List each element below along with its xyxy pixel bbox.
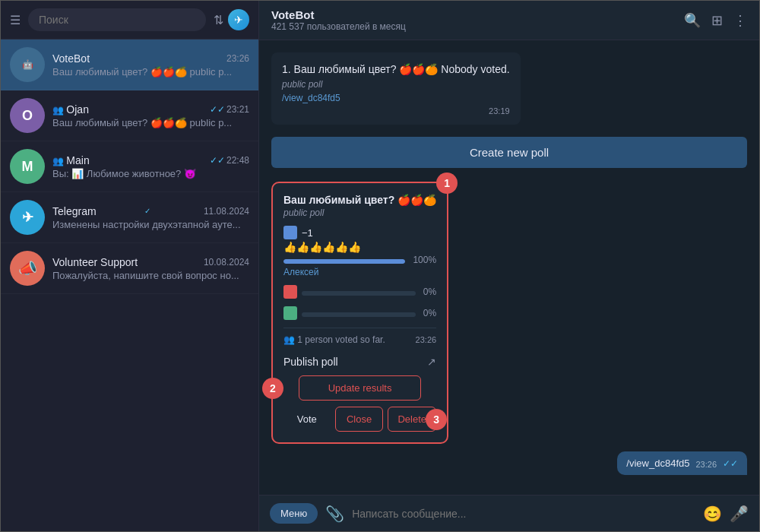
- poll-time: 23:26: [416, 335, 437, 344]
- main-chat-area: VoteBot 421 537 пользователей в месяц 🔍 …: [259, 1, 759, 531]
- search-icon[interactable]: 🔍: [684, 12, 701, 29]
- poll-option-green: 0%: [283, 306, 436, 320]
- user-message: /view_dc84fd5 23:26 ✓✓: [617, 451, 747, 475]
- chat-time: 10.08.2024: [204, 257, 249, 268]
- update-results-button[interactable]: Update results: [299, 375, 421, 401]
- thumbs-up-row: 👍👍👍👍👍👍: [283, 241, 436, 253]
- microphone-icon[interactable]: 🎤: [730, 505, 749, 523]
- annotation-3: 3: [426, 409, 447, 430]
- bot-poll-title: 1. Ваш любимый цвет? 🍎🍎🍊 Nobody voted.: [282, 62, 510, 78]
- chat-time: 11.08.2024: [204, 206, 249, 217]
- chat-preview: Ваш любимый цвет? 🍎🍎🍊 public p...: [52, 117, 249, 128]
- poll-card: 1 Ваш любимый цвет? 🍎🍎🍊 public poll −1 👍…: [271, 182, 448, 444]
- poll-card-title: Ваш любимый цвет? 🍎🍎🍊: [283, 194, 436, 206]
- bot-poll-link: /view_dc84fd5: [282, 93, 510, 103]
- option-percent-green: 0%: [423, 308, 436, 318]
- hamburger-icon[interactable]: ☰: [10, 13, 21, 27]
- chat-name: VoteBot: [52, 52, 90, 65]
- chat-name: 👥 Ojan: [52, 103, 89, 116]
- search-input[interactable]: [28, 8, 206, 31]
- chat-name: Telegram: [52, 205, 97, 217]
- chat-header-name: VoteBot: [271, 8, 406, 21]
- sidebar: ☰ ⇅ ✈ 🤖 VoteBot 23:26 Ваш любимый цвет? …: [1, 1, 259, 531]
- option-percent-blue: 100%: [413, 255, 436, 265]
- telegram-logo-icon: ✈: [228, 9, 249, 30]
- avatar: ✈: [10, 200, 45, 235]
- poll-option-red: 0%: [283, 285, 436, 299]
- bot-poll-message: 1. Ваш любимый цвет? 🍎🍎🍊 Nobody voted. p…: [271, 52, 521, 125]
- attach-icon[interactable]: 📎: [325, 505, 344, 523]
- chat-header-icons: 🔍 ⊞ ⋮: [684, 12, 747, 29]
- user-message-text: /view_dc84fd5: [626, 458, 689, 469]
- menu-button[interactable]: Меню: [270, 503, 318, 524]
- chat-preview: Ваш любимый цвет? 🍎🍎🍊 public p...: [52, 66, 249, 78]
- poll-option-blue: −1 👍👍👍👍👍👍 100% Алексей: [283, 226, 436, 277]
- poll-card-subtitle: public poll: [283, 207, 436, 218]
- vote-button[interactable]: Vote: [283, 407, 331, 432]
- option-minus-label: −1: [302, 227, 313, 239]
- annotation-1: 1: [436, 173, 458, 194]
- chat-name: 👥 Main: [52, 154, 90, 166]
- share-icon: ↗: [427, 356, 436, 368]
- chat-time: 23:26: [226, 53, 249, 64]
- user-message-time: 23:26: [695, 460, 717, 469]
- voter-name: Алексей: [283, 267, 436, 277]
- messages-area: 1. Ваш любимый цвет? 🍎🍎🍊 Nobody voted. p…: [259, 40, 759, 495]
- list-item[interactable]: 🤖 VoteBot 23:26 Ваш любимый цвет? 🍎🍎🍊 pu…: [1, 40, 258, 90]
- more-options-icon[interactable]: ⋮: [733, 12, 747, 29]
- double-check-icon: ✓✓: [723, 458, 738, 469]
- publish-poll-row[interactable]: Publish poll ↗: [283, 351, 436, 372]
- columns-icon[interactable]: ⊞: [711, 12, 723, 29]
- poll-bottom-buttons: Vote Close Delete 3: [283, 407, 436, 432]
- option-bar-blue: [283, 259, 405, 264]
- chat-name: Volunteer Support: [52, 256, 138, 268]
- list-item[interactable]: M 👥 Main ✓✓22:48 Вы: 📊 Любимое животное?…: [1, 141, 258, 192]
- list-item[interactable]: 📣 Volunteer Support 10.08.2024 Пожалуйст…: [1, 243, 258, 294]
- chat-list: 🤖 VoteBot 23:26 Ваш любимый цвет? 🍎🍎🍊 pu…: [1, 40, 258, 531]
- poll-bottom-row: 👥 1 person voted so far. 23:26: [283, 328, 436, 345]
- chat-preview: Вы: 📊 Любимое животное? 😈: [52, 168, 249, 179]
- create-new-poll-button[interactable]: Create new poll: [271, 137, 747, 168]
- avatar: O: [10, 98, 45, 133]
- annotation-2: 2: [262, 378, 283, 399]
- chat-preview: Пожалуйста, напишите свой вопрос но...: [52, 270, 249, 281]
- option-color-box-blue: [283, 226, 297, 239]
- sort-icon[interactable]: ⇅: [214, 13, 223, 27]
- bot-message-time: 23:19: [282, 106, 510, 116]
- list-item[interactable]: ✈ Telegram ✓ 11.08.2024 Изменены настрой…: [1, 192, 258, 243]
- message-input[interactable]: [352, 508, 695, 520]
- option-color-box-red: [283, 285, 297, 299]
- option-color-box-green: [283, 306, 297, 320]
- option-bar-red: [302, 291, 416, 296]
- avatar: 🤖: [10, 47, 45, 82]
- publish-poll-label[interactable]: Publish poll: [283, 356, 338, 368]
- avatar: M: [10, 149, 45, 184]
- chat-preview: Изменены настройки двухэтапной ауте...: [52, 219, 249, 230]
- chat-time: ✓✓22:48: [210, 155, 249, 166]
- option-bar-green: [302, 312, 416, 317]
- voters-count: 👥 1 person voted so far.: [283, 334, 385, 345]
- emoji-icon[interactable]: 😊: [703, 505, 722, 523]
- avatar: 📣: [10, 251, 45, 286]
- list-item[interactable]: O 👥 Ojan ✓✓23:21 Ваш любимый цвет? 🍎🍎🍊 p…: [1, 90, 258, 141]
- poll-actions: Publish poll ↗ 2 Update results Vote Clo…: [283, 351, 436, 432]
- bot-poll-type: public poll: [282, 79, 510, 90]
- option-percent-red: 0%: [423, 287, 436, 297]
- sidebar-header: ☰ ⇅ ✈: [1, 1, 258, 40]
- chat-header-status: 421 537 пользователей в месяц: [271, 21, 406, 32]
- input-area: Меню 📎 😊 🎤: [259, 495, 759, 531]
- chat-time: ✓✓23:21: [210, 104, 249, 115]
- chat-header: VoteBot 421 537 пользователей в месяц 🔍 …: [259, 1, 759, 40]
- close-button[interactable]: Close: [335, 407, 384, 432]
